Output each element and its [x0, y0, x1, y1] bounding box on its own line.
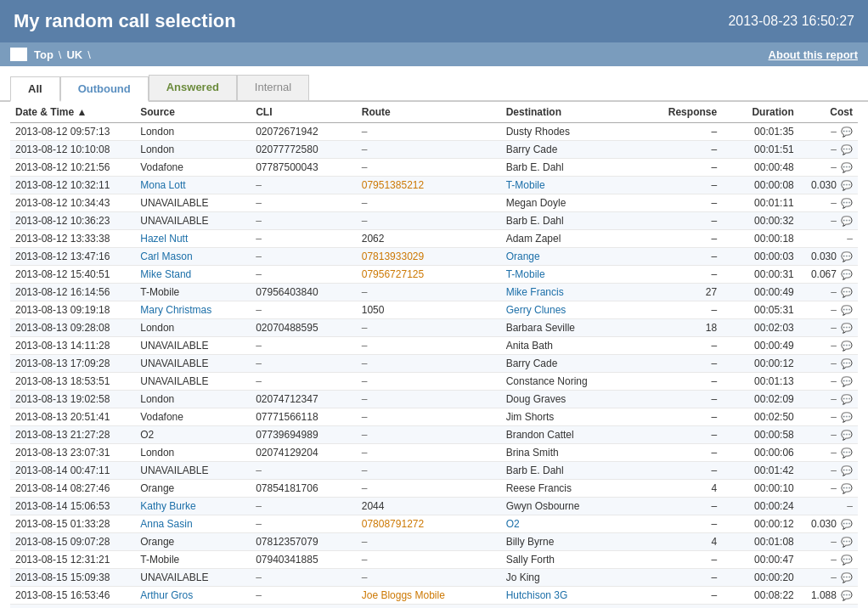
- chat-icon[interactable]: 💬: [838, 448, 853, 458]
- chat-icon[interactable]: 💬: [838, 555, 853, 565]
- chat-icon[interactable]: 💬: [838, 572, 853, 583]
- cell-duration: 00:00:31: [722, 266, 799, 284]
- chat-icon[interactable]: 💬: [838, 180, 853, 190]
- cell-link[interactable]: Hazel Nutt: [140, 233, 188, 245]
- cell-cost: –: [799, 498, 858, 515]
- cell-cost: – 💬: [799, 159, 858, 177]
- cell-value: –: [362, 536, 368, 548]
- chat-icon[interactable]: 💬: [838, 305, 853, 315]
- chat-icon[interactable]: 💬: [838, 323, 853, 333]
- chat-icon[interactable]: 💬: [838, 144, 853, 155]
- cell-duration: 00:00:20: [722, 569, 799, 587]
- chat-icon[interactable]: 💬: [838, 537, 853, 547]
- cell-link[interactable]: 07813933029: [362, 251, 424, 262]
- cell-value: O2: [140, 429, 154, 441]
- cell-value: UNAVAILABLE: [140, 197, 208, 209]
- cell-cost: – 💬: [799, 301, 858, 319]
- cell-link[interactable]: Orange: [506, 251, 540, 262]
- cell-value: Barry Cade: [506, 357, 558, 369]
- cell-value: Brina Smith: [506, 447, 559, 459]
- cell-value: 2013-08-13 19:02:58: [15, 393, 110, 405]
- cell-value: 2013-08-12 10:36:23: [15, 215, 110, 227]
- cost-value: –: [831, 411, 837, 423]
- cell-value: 2013-08-13 14:11:28: [15, 340, 110, 352]
- cell-duration: 00:00:08: [722, 177, 799, 194]
- cell-value: –: [256, 518, 262, 530]
- breadcrumb-top[interactable]: Top: [34, 48, 54, 61]
- chat-icon[interactable]: 💬: [838, 341, 853, 351]
- chat-icon[interactable]: 💬: [838, 412, 853, 422]
- breadcrumb: ⊞ Top \ UK \: [10, 48, 93, 61]
- chat-icon[interactable]: 💬: [838, 162, 853, 172]
- cell-value: T-Mobile: [140, 286, 179, 298]
- col-header-datetime[interactable]: Date & Time ▲: [10, 102, 135, 123]
- cell-response: –: [645, 515, 723, 533]
- cost-value: 0.067: [811, 268, 837, 280]
- cell-link[interactable]: O2: [506, 518, 520, 530]
- cell-link[interactable]: Carl Mason: [140, 251, 192, 262]
- cell-duration: 00:00:18: [722, 230, 799, 248]
- chat-icon[interactable]: 💬: [838, 519, 853, 529]
- cell-link[interactable]: Hutchison 3G: [506, 589, 568, 601]
- breadcrumb-uk[interactable]: UK: [66, 48, 82, 61]
- cell-link[interactable]: T-Mobile: [506, 179, 545, 191]
- cell-value: UNAVAILABLE: [140, 571, 208, 583]
- tab-all[interactable]: All: [10, 76, 60, 102]
- chat-icon[interactable]: 💬: [838, 216, 853, 226]
- cell-link[interactable]: Anna Sasin: [140, 518, 192, 530]
- cell-link[interactable]: Joe Bloggs Mobile: [362, 589, 445, 601]
- cell-link[interactable]: Mary Christmas: [140, 304, 211, 316]
- cell-value: –: [256, 197, 262, 209]
- cell-response: –: [645, 391, 723, 408]
- tab-internal[interactable]: Internal: [237, 75, 309, 100]
- tab-outbound[interactable]: Outbound: [60, 76, 149, 102]
- chat-icon[interactable]: 💬: [838, 394, 853, 404]
- chat-icon[interactable]: 💬: [838, 483, 853, 493]
- cell-link[interactable]: Mike Francis: [506, 286, 564, 298]
- cell-duration: 00:05:31: [722, 301, 799, 319]
- cell-link[interactable]: Kathy Burke: [140, 500, 195, 512]
- about-report-link[interactable]: About this report: [769, 48, 858, 61]
- chat-icon[interactable]: 💬: [838, 127, 853, 137]
- chat-icon[interactable]: 💬: [838, 465, 853, 476]
- cell-value: –: [256, 357, 262, 369]
- cell-link[interactable]: T-Mobile: [506, 268, 545, 280]
- chat-icon[interactable]: 💬: [838, 269, 853, 279]
- cell-link[interactable]: Arthur Gros: [140, 589, 193, 601]
- cell-value: 07771566118: [256, 411, 318, 423]
- cost-value: –: [831, 429, 837, 441]
- cell-value: 2013-08-13 20:51:41: [15, 411, 110, 423]
- tab-answered[interactable]: Answered: [149, 75, 237, 100]
- cell-link[interactable]: 07808791272: [362, 518, 424, 530]
- col-header-duration: Duration: [722, 102, 799, 123]
- cell-link[interactable]: Gerry Clunes: [506, 304, 566, 316]
- cell-link[interactable]: 07951385212: [362, 179, 424, 191]
- cell-value: Barb E. Dahl: [506, 215, 564, 227]
- cell-value: Barbara Seville: [506, 322, 575, 334]
- cell-link[interactable]: Mona Lott: [140, 179, 185, 191]
- chat-icon[interactable]: 💬: [838, 287, 853, 297]
- cell-value: 07956403840: [256, 286, 318, 298]
- cell-duration: 00:00:06: [722, 444, 799, 462]
- table-row: 2013-08-15 09:07:28Orange07812357079–Bil…: [10, 533, 858, 551]
- cost-value: –: [831, 482, 837, 494]
- chat-icon[interactable]: 💬: [838, 376, 853, 386]
- chat-icon[interactable]: 💬: [838, 430, 853, 440]
- cell-value: 2013-08-12 15:40:51: [15, 268, 110, 280]
- cell-value: 2013-08-12 10:34:43: [15, 197, 110, 209]
- cell-cost: – 💬: [799, 391, 858, 408]
- cell-link[interactable]: 07956727125: [362, 268, 424, 280]
- cell-duration: 00:00:49: [722, 337, 799, 355]
- cell-value: Barb E. Dahl: [506, 161, 564, 173]
- chat-icon[interactable]: 💬: [838, 358, 853, 369]
- cell-value: 2062: [362, 233, 385, 245]
- chat-icon[interactable]: 💬: [838, 251, 853, 262]
- cell-value: 2013-08-15 16:53:46: [15, 589, 110, 601]
- cell-cost: – 💬: [799, 319, 858, 337]
- chat-icon[interactable]: 💬: [838, 590, 853, 600]
- chat-icon[interactable]: 💬: [838, 198, 853, 208]
- cost-value: –: [831, 286, 837, 298]
- table-row: 2013-08-12 13:47:16Carl Mason–0781393302…: [10, 248, 858, 266]
- cell-duration: 00:00:12: [722, 515, 799, 533]
- cell-link[interactable]: Mike Stand: [140, 268, 191, 280]
